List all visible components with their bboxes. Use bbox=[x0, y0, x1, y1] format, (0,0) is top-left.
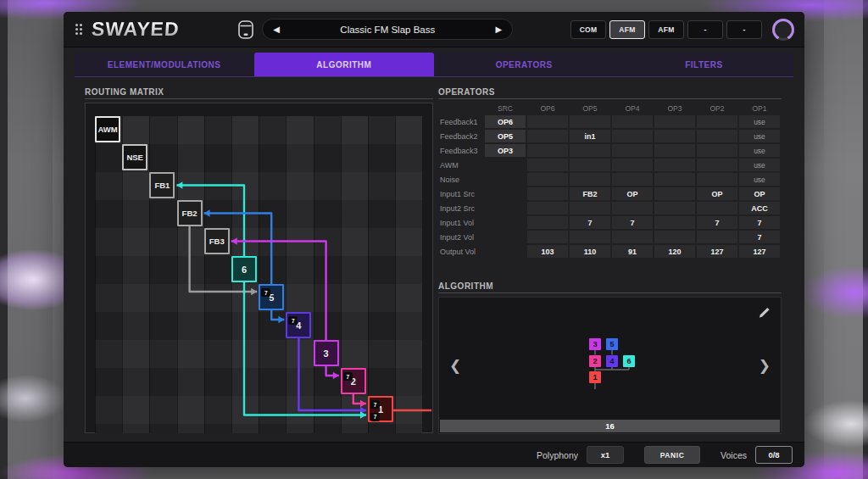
algo-node-3[interactable]: 3 bbox=[589, 338, 601, 350]
algo-node-4[interactable]: 4 bbox=[606, 355, 618, 367]
op-cell[interactable]: 7 bbox=[739, 216, 780, 229]
matrix-node-fb2[interactable]: FB2 bbox=[177, 200, 203, 226]
mode-button-1[interactable]: AFM bbox=[609, 20, 645, 39]
op-cell[interactable]: 110 bbox=[570, 245, 610, 258]
algo-node-2[interactable]: 2 bbox=[589, 355, 601, 367]
preset-prev-icon[interactable]: ◀ bbox=[273, 25, 280, 34]
op-cell[interactable] bbox=[654, 144, 695, 157]
op-cell[interactable]: 103 bbox=[527, 245, 568, 258]
tab-filters[interactable]: FILTERS bbox=[615, 53, 793, 76]
tab-algorithm[interactable]: ALGORITHM bbox=[254, 53, 433, 76]
matrix-node-awm[interactable]: AWM bbox=[95, 116, 120, 142]
op-cell[interactable]: 7 bbox=[612, 216, 653, 229]
op-cell[interactable]: 127 bbox=[739, 245, 780, 258]
op-cell[interactable] bbox=[612, 231, 653, 243]
op-cell[interactable]: OP bbox=[739, 187, 780, 200]
op-cell[interactable] bbox=[654, 187, 695, 200]
panic-button[interactable]: PANIC bbox=[644, 446, 700, 464]
op-cell[interactable]: use bbox=[739, 144, 780, 157]
op-cell[interactable] bbox=[570, 144, 610, 157]
op-cell[interactable] bbox=[654, 159, 695, 171]
op-cell[interactable]: use bbox=[739, 130, 780, 142]
op-cell[interactable]: 7 bbox=[570, 216, 610, 229]
matrix-node-nse[interactable]: NSE bbox=[122, 144, 147, 170]
matrix-node-2[interactable]: 27 bbox=[341, 368, 366, 394]
algo-node-6[interactable]: 6 bbox=[623, 355, 635, 367]
op-cell[interactable] bbox=[527, 130, 568, 142]
mode-button-4[interactable]: - bbox=[726, 20, 762, 39]
op-cell[interactable] bbox=[570, 115, 610, 128]
matrix-node-3[interactable]: 3 bbox=[314, 340, 339, 366]
op-cell[interactable] bbox=[527, 216, 568, 229]
op-cell[interactable] bbox=[654, 130, 695, 142]
mode-button-2[interactable]: AFM bbox=[648, 20, 684, 39]
op-cell[interactable]: OP bbox=[612, 187, 653, 200]
algorithm-next-icon[interactable]: ❯ bbox=[759, 359, 771, 373]
menu-grip-icon[interactable] bbox=[75, 24, 82, 35]
algorithm-index-bar[interactable]: 16 bbox=[440, 420, 780, 432]
op-cell[interactable]: use bbox=[739, 115, 780, 128]
algo-node-5[interactable]: 5 bbox=[606, 338, 618, 350]
op-cell[interactable] bbox=[570, 173, 610, 186]
op-cell[interactable]: OP bbox=[697, 187, 737, 200]
op-cell[interactable]: ACC bbox=[739, 202, 780, 214]
preset-name[interactable]: Classic FM Slap Bass bbox=[280, 25, 496, 35]
op-cell[interactable] bbox=[527, 202, 568, 214]
op-cell[interactable] bbox=[570, 231, 610, 243]
op-cell[interactable]: FB2 bbox=[570, 187, 610, 200]
matrix-node-4[interactable]: 47 bbox=[286, 312, 311, 338]
op-cell[interactable] bbox=[697, 173, 737, 186]
op-cell[interactable] bbox=[612, 130, 653, 142]
op-cell[interactable]: 7 bbox=[739, 231, 780, 243]
op-cell[interactable]: in1 bbox=[570, 130, 610, 142]
op-cell[interactable]: 91 bbox=[612, 245, 653, 258]
op-cell[interactable]: use bbox=[739, 173, 780, 186]
edit-algorithm-icon[interactable] bbox=[757, 306, 771, 323]
matrix-node-1[interactable]: 177 bbox=[368, 396, 393, 422]
op-cell[interactable] bbox=[612, 115, 653, 128]
op-cell[interactable] bbox=[570, 202, 610, 214]
matrix-node-6[interactable]: 6 bbox=[231, 256, 257, 282]
op-cell[interactable] bbox=[654, 202, 695, 214]
op-cell[interactable] bbox=[527, 115, 568, 128]
op-cell[interactable] bbox=[697, 159, 737, 171]
src-cell[interactable]: OP6 bbox=[485, 115, 526, 128]
matrix-node-fb1[interactable]: FB1 bbox=[149, 172, 175, 198]
op-cell[interactable] bbox=[654, 231, 695, 243]
tab-element-modulations[interactable]: ELEMENT/MODULATIONS bbox=[75, 53, 253, 76]
src-cell[interactable]: OP3 bbox=[485, 144, 526, 157]
op-cell[interactable]: 120 bbox=[654, 245, 695, 258]
polyphony-value-button[interactable]: x1 bbox=[587, 446, 624, 464]
op-cell[interactable] bbox=[697, 115, 737, 128]
op-cell[interactable] bbox=[697, 144, 737, 157]
op-cell[interactable] bbox=[697, 202, 737, 214]
mode-button-0[interactable]: COM bbox=[570, 20, 606, 39]
op-cell[interactable] bbox=[527, 173, 568, 186]
op-cell[interactable] bbox=[697, 130, 737, 142]
algo-node-1[interactable]: 1 bbox=[589, 371, 601, 383]
op-cell[interactable] bbox=[612, 159, 653, 171]
algorithm-prev-icon[interactable]: ❮ bbox=[449, 359, 461, 373]
op-cell[interactable] bbox=[654, 115, 695, 128]
op-cell[interactable]: use bbox=[739, 159, 780, 171]
op-cell[interactable] bbox=[654, 216, 695, 229]
tab-operators[interactable]: OPERATORS bbox=[435, 53, 614, 76]
op-cell[interactable] bbox=[612, 202, 653, 214]
matrix-node-fb3[interactable]: FB3 bbox=[204, 228, 230, 254]
op-cell[interactable] bbox=[612, 173, 653, 186]
op-cell[interactable] bbox=[612, 144, 653, 157]
op-cell[interactable]: 127 bbox=[697, 245, 737, 258]
preset-next-icon[interactable]: ▶ bbox=[496, 25, 503, 34]
op-cell[interactable] bbox=[527, 231, 568, 243]
src-cell[interactable]: OP5 bbox=[485, 130, 526, 142]
op-cell[interactable] bbox=[527, 144, 568, 157]
preset-bank-icon[interactable] bbox=[236, 19, 255, 41]
op-cell[interactable]: 7 bbox=[697, 216, 737, 229]
op-cell[interactable] bbox=[527, 159, 568, 171]
op-cell[interactable] bbox=[654, 173, 695, 186]
matrix-node-5[interactable]: 57 bbox=[259, 284, 284, 310]
op-cell[interactable] bbox=[570, 159, 610, 171]
op-cell[interactable] bbox=[527, 187, 568, 200]
mode-button-3[interactable]: - bbox=[687, 20, 723, 39]
op-cell[interactable] bbox=[697, 231, 737, 243]
